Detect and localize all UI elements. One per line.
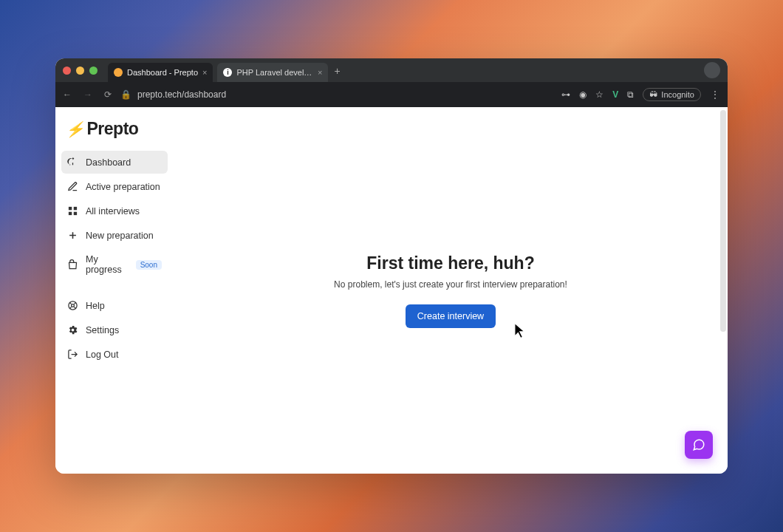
sidebar: ⚡ Prepto Dashboard Active preparation [55, 107, 174, 474]
svg-rect-0 [69, 207, 72, 210]
incognito-icon: 🕶 [649, 90, 657, 99]
close-window-icon[interactable] [63, 66, 71, 75]
scrollbar[interactable] [720, 110, 726, 332]
browser-address-bar: ← → ⟳ 🔒 prepto.tech/dashboard ⊶ ◉ ☆ V ⧉ … [55, 82, 728, 107]
url-text: prepto.tech/dashboard [137, 89, 226, 100]
svg-rect-2 [69, 212, 72, 215]
menu-icon[interactable]: ⋮ [710, 89, 720, 100]
toolbar-icons: ⊶ ◉ ☆ V ⧉ 🕶 Incognito ⋮ [561, 88, 720, 101]
plus-icon [67, 230, 78, 241]
vue-icon[interactable]: V [612, 89, 618, 100]
reload-icon[interactable]: ⟳ [104, 89, 112, 100]
lock-icon: 🔒 [120, 89, 131, 100]
favicon-icon [114, 68, 123, 77]
browser-window: Dashboard - Prepto × i PHP Laravel devel… [55, 58, 728, 474]
browser-tabs: Dashboard - Prepto × i PHP Laravel devel… [108, 58, 700, 82]
sidebar-item-label: Dashboard [86, 157, 131, 168]
sidebar-item-help[interactable]: Help [61, 294, 168, 317]
forward-icon[interactable]: → [83, 89, 92, 100]
svg-rect-1 [74, 207, 77, 210]
sidebar-item-label: New preparation [86, 231, 154, 241]
tab-title: Dashboard - Prepto [127, 68, 198, 77]
brand-name: Prepto [87, 119, 139, 139]
lifebuoy-icon [67, 300, 78, 311]
soon-badge: Soon [136, 260, 162, 270]
sidebar-item-all-interviews[interactable]: All interviews [61, 200, 168, 222]
browser-titlebar: Dashboard - Prepto × i PHP Laravel devel… [55, 58, 728, 82]
logout-icon [67, 349, 78, 360]
sidebar-item-dashboard[interactable]: Dashboard [61, 151, 168, 174]
create-interview-button[interactable]: Create interview [406, 304, 496, 328]
sidebar-item-label: All interviews [86, 206, 140, 216]
svg-point-5 [72, 304, 75, 307]
close-tab-icon[interactable]: × [318, 68, 322, 77]
new-tab-button[interactable]: + [334, 65, 340, 77]
minimize-window-icon[interactable] [76, 66, 84, 75]
extensions-icon[interactable]: ⧉ [627, 89, 634, 100]
chat-icon [692, 438, 705, 451]
sidebar-item-settings[interactable]: Settings [61, 318, 168, 341]
sidebar-item-active-preparation[interactable]: Active preparation [61, 175, 168, 198]
browser-tab[interactable]: i PHP Laravel developer - Re… × [217, 63, 328, 82]
bolt-icon: ⚡ [66, 120, 84, 138]
incognito-badge[interactable]: 🕶 Incognito [643, 88, 701, 101]
incognito-label: Incognito [661, 90, 694, 99]
eye-icon[interactable]: ◉ [579, 89, 587, 100]
cursor-icon [513, 321, 527, 341]
window-controls [63, 66, 98, 75]
sidebar-item-label: Log Out [86, 349, 118, 360]
close-tab-icon[interactable]: × [202, 68, 207, 77]
chat-fab[interactable] [685, 431, 713, 459]
maximize-window-icon[interactable] [89, 66, 98, 75]
sidebar-item-logout[interactable]: Log Out [61, 343, 168, 366]
tab-title: PHP Laravel developer - Re… [236, 68, 313, 77]
back-icon[interactable]: ← [63, 89, 72, 100]
main-content: First time here, huh? No problem, let's … [174, 107, 728, 474]
brand-logo[interactable]: ⚡ Prepto [61, 117, 168, 148]
svg-rect-3 [74, 212, 77, 215]
gauge-icon [67, 157, 78, 168]
grid-icon [67, 205, 78, 216]
edit-icon [67, 181, 78, 192]
bag-icon [67, 259, 78, 270]
favicon-icon: i [223, 68, 232, 77]
star-icon[interactable]: ☆ [595, 89, 604, 100]
profile-avatar-icon[interactable] [704, 62, 720, 78]
sidebar-item-label: Settings [86, 325, 119, 335]
page: ⚡ Prepto Dashboard Active preparation [55, 107, 728, 474]
page-headline: First time here, huh? [366, 253, 534, 273]
sidebar-item-label: My progress [86, 254, 129, 275]
sidebar-item-new-preparation[interactable]: New preparation [61, 224, 168, 247]
nav-buttons: ← → ⟳ [63, 89, 112, 100]
page-subtext: No problem, let's just create your first… [334, 279, 567, 290]
browser-tab-active[interactable]: Dashboard - Prepto × [108, 63, 213, 82]
url-field[interactable]: 🔒 prepto.tech/dashboard [120, 89, 553, 100]
sidebar-item-label: Help [86, 301, 105, 311]
sidebar-nav: Dashboard Active preparation All intervi… [61, 151, 168, 366]
gear-icon [67, 324, 78, 335]
sidebar-item-label: Active preparation [86, 182, 160, 192]
key-icon[interactable]: ⊶ [561, 89, 570, 100]
sidebar-item-my-progress[interactable]: My progress Soon [61, 248, 168, 281]
